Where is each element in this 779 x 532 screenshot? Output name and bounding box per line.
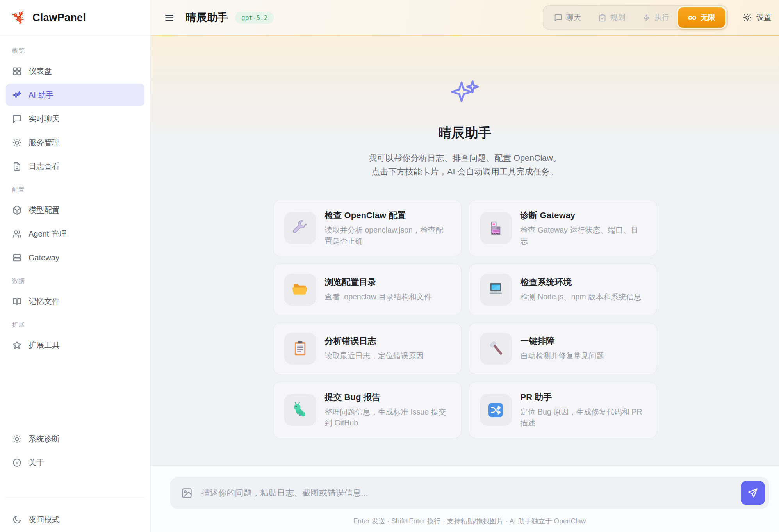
sidebar-item-memory-files[interactable]: 记忆文件	[6, 290, 144, 313]
sidebar-item-log-viewer[interactable]: 日志查看	[6, 155, 144, 178]
sidebar-item-dashboard[interactable]: 仪表盘	[6, 60, 144, 82]
skill-text: 诊断 Gateway检查 Gateway 运行状态、端口、日志	[521, 210, 646, 247]
sidebar-item-label: 记忆文件	[29, 296, 60, 307]
sidebar-item-label: 日志查看	[29, 161, 60, 172]
sidebar-item-extension-tools[interactable]: 扩展工具	[6, 334, 144, 356]
sidebar-item-label: 实时聊天	[29, 114, 60, 124]
main: 晴辰助手 gpt-5.2 聊天规划执行无限 设置 晴辰助手 我可以帮你分析日志、…	[151, 0, 779, 532]
skill-title: 分析错误日志	[325, 335, 424, 347]
skill-desc: 整理问题信息，生成标准 Issue 提交到 GitHub	[325, 406, 450, 429]
skill-desc: 检查 Gateway 运行状态、端口、日志	[521, 224, 646, 247]
shuffle-icon	[487, 401, 505, 419]
sidebar-item-gateway[interactable]: Gateway	[6, 246, 144, 269]
skill-icon-tile	[480, 212, 512, 244]
skill-text: 检查 OpenClaw 配置读取并分析 openclaw.json，检查配置是否…	[325, 210, 450, 247]
nav-section-label: 扩展	[6, 314, 144, 334]
nav-section-label: 概览	[6, 40, 144, 60]
skill-card-submit-bug-report[interactable]: 提交 Bug 报告整理问题信息，生成标准 Issue 提交到 GitHub	[273, 382, 462, 438]
message-input[interactable]	[201, 488, 732, 498]
composer: Enter 发送 · Shift+Enter 换行 · 支持粘贴/拖拽图片 · …	[151, 465, 779, 532]
sidebar-item-ai-assistant[interactable]: AI 助手	[6, 84, 144, 106]
skill-title: 一键排障	[521, 335, 604, 347]
sidebar-item-label: 服务管理	[29, 137, 60, 148]
subtitle-line-1: 我可以帮你分析日志、排查问题、配置 OpenClaw。	[369, 153, 561, 163]
sidebar-item-about[interactable]: 关于	[6, 451, 144, 474]
settings-button[interactable]: 设置	[743, 12, 771, 23]
package-icon	[12, 205, 22, 215]
image-attach-icon[interactable]	[181, 487, 193, 499]
skill-card-check-openclaw-config[interactable]: 检查 OpenClaw 配置读取并分析 openclaw.json，检查配置是否…	[273, 200, 462, 256]
skill-card-analyze-error-logs[interactable]: 分析错误日志读取最近日志，定位错误原因	[273, 323, 462, 374]
app-logo: ClawPanel	[0, 0, 150, 36]
book-open-icon	[12, 297, 22, 306]
skill-card-check-system-env[interactable]: 检查系统环境检测 Node.js、npm 版本和系统信息	[469, 264, 657, 315]
sidebar-item-model-config[interactable]: 模型配置	[6, 199, 144, 221]
mode-plan-button[interactable]: 规划	[590, 8, 634, 27]
sidebar-item-agent-management[interactable]: Agent 管理	[6, 222, 144, 245]
sidebar-item-label: 仪表盘	[29, 66, 52, 77]
skill-card-one-click-fix[interactable]: 一键排障自动检测并修复常见问题	[469, 323, 657, 374]
model-badge: gpt-5.2	[235, 12, 274, 24]
sidebar-item-label: AI 助手	[29, 90, 53, 100]
sidebar-item-label: 夜间模式	[29, 514, 60, 525]
lobster-logo-icon	[12, 11, 27, 25]
skill-card-browse-config-dir[interactable]: 浏览配置目录查看 .openclaw 目录结构和文件	[273, 264, 462, 315]
skill-icon-tile	[480, 333, 512, 365]
skill-text: PR 助手定位 Bug 原因，生成修复代码和 PR 描述	[521, 391, 646, 429]
skill-desc: 自动检测并修复常见问题	[521, 350, 604, 361]
skill-text: 检查系统环境检测 Node.js、npm 版本和系统信息	[521, 276, 642, 302]
sidebar-item-system-diagnostics[interactable]: 系统诊断	[6, 427, 144, 450]
subtitle-line-2: 点击下方技能卡片，AI 会自动调用工具完成任务。	[372, 167, 558, 176]
header: 晴辰助手 gpt-5.2 聊天规划执行无限 设置	[151, 0, 779, 35]
sun-icon	[12, 434, 22, 444]
skill-card-diagnose-gateway[interactable]: 诊断 Gateway检查 Gateway 运行状态、端口、日志	[469, 200, 657, 256]
mode-execute-button[interactable]: 执行	[634, 8, 678, 27]
sidebar-item-label: 模型配置	[29, 205, 60, 215]
sidebar-nav: 概览仪表盘AI 助手实时聊天服务管理日志查看配置模型配置Agent 管理Gate…	[0, 36, 150, 427]
sun-icon	[12, 138, 22, 148]
sidebar-item-label: 关于	[29, 457, 44, 468]
skill-desc: 定位 Bug 原因，生成修复代码和 PR 描述	[521, 406, 646, 429]
menu-icon	[164, 12, 175, 23]
skill-icon-tile	[284, 333, 316, 365]
skill-text: 一键排障自动检测并修复常见问题	[521, 335, 604, 361]
skill-title: 检查 OpenClaw 配置	[325, 210, 450, 221]
skill-icon-tile	[284, 274, 316, 306]
sparkles-hero-icon	[449, 77, 481, 109]
sidebar-item-live-chat[interactable]: 实时聊天	[6, 107, 144, 130]
header-right: 聊天规划执行无限 设置	[543, 5, 771, 30]
sidebar: ClawPanel 概览仪表盘AI 助手实时聊天服务管理日志查看配置模型配置Ag…	[0, 0, 151, 532]
app-root: ClawPanel 概览仪表盘AI 助手实时聊天服务管理日志查看配置模型配置Ag…	[0, 0, 779, 532]
skill-desc: 检测 Node.js、npm 版本和系统信息	[521, 291, 642, 302]
assistant-subtitle: 我可以帮你分析日志、排查问题、配置 OpenClaw。 点击下方技能卡片，AI …	[369, 151, 561, 179]
sidebar-item-service-management[interactable]: 服务管理	[6, 131, 144, 154]
info-icon	[12, 458, 22, 468]
content: 晴辰助手 我可以帮你分析日志、排查问题、配置 OpenClaw。 点击下方技能卡…	[151, 36, 779, 465]
mode-unlimited-button[interactable]: 无限	[678, 7, 725, 28]
skill-icon-tile	[480, 274, 512, 306]
sidebar-item-night-mode[interactable]: 夜间模式	[6, 508, 144, 531]
send-icon	[747, 488, 758, 498]
skill-title: 提交 Bug 报告	[325, 391, 450, 403]
zap-icon	[642, 14, 651, 22]
clipboard-icon	[291, 339, 309, 358]
mode-label: 无限	[701, 12, 715, 23]
skill-title: 检查系统环境	[521, 276, 642, 288]
send-button[interactable]	[741, 481, 765, 505]
skill-desc: 查看 .openclaw 目录结构和文件	[325, 291, 432, 302]
nav-section-label: 数据	[6, 270, 144, 290]
sidebar-item-label: Gateway	[29, 253, 59, 262]
skill-card-pr-assistant[interactable]: PR 助手定位 Bug 原因，生成修复代码和 PR 描述	[469, 382, 657, 438]
skill-text: 提交 Bug 报告整理问题信息，生成标准 Issue 提交到 GitHub	[325, 391, 450, 429]
settings-label: 设置	[756, 12, 771, 23]
bug-icon	[291, 401, 309, 419]
skill-icon-tile	[480, 394, 512, 426]
mode-chat-button[interactable]: 聊天	[545, 8, 590, 27]
moon-icon	[12, 515, 22, 525]
folder-icon	[291, 280, 309, 299]
hammer-icon	[487, 339, 505, 358]
composer-box[interactable]	[170, 477, 769, 509]
star-icon	[12, 340, 22, 350]
users-icon	[12, 229, 22, 239]
menu-button[interactable]	[161, 9, 177, 26]
